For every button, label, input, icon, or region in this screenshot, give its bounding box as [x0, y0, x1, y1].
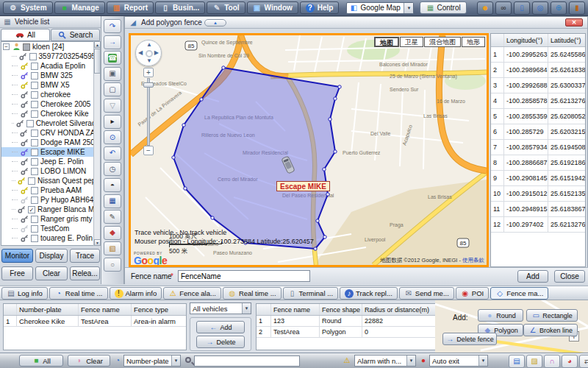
menu-tool[interactable]: ✎Tool: [207, 1, 245, 14]
vehicle-row[interactable]: Nissan Quest pepe: [1, 176, 100, 185]
coordinate-row[interactable]: 2-100.298968425.6261838: [491, 63, 585, 78]
tab-real-time[interactable]: ◍Real time ...: [223, 287, 282, 300]
vehicle-row[interactable]: 359772032545957: [1, 52, 100, 61]
vehicle-row[interactable]: BMW X5: [1, 80, 100, 90]
fence-vertex-handle[interactable]: [211, 216, 214, 219]
clear-button[interactable]: ◗ Clear: [68, 355, 110, 367]
chevron-down-icon[interactable]: ▼: [404, 3, 413, 13]
folder-photo-button[interactable]: ▧: [104, 241, 121, 255]
tab-log-info[interactable]: ▤Log info: [1, 287, 48, 300]
vehicle-checkbox[interactable]: [31, 158, 38, 166]
vehicle-tree-scrollbar[interactable]: ▲ ▼: [93, 41, 100, 246]
close-button[interactable]: Close: [554, 270, 585, 283]
vehicle-checkbox[interactable]: [31, 101, 38, 108]
tab-fence-ala[interactable]: ⚠Fence ala...: [163, 287, 221, 300]
chevron-down-icon[interactable]: ▼: [406, 355, 415, 366]
bind-delete-button[interactable]: → Delete: [196, 336, 245, 348]
vehicle-label[interactable]: Escape MIKE: [276, 181, 330, 191]
filter-button[interactable]: ▽: [104, 99, 121, 113]
exit-mode-select[interactable]: Auto exit ▼: [429, 355, 488, 367]
rectangle-button[interactable]: ▭Rectangle: [526, 309, 578, 322]
marker-button[interactable]: ◆: [104, 226, 121, 240]
photo-button[interactable]: ▣: [104, 67, 121, 81]
menu-window[interactable]: ▣Window: [247, 1, 298, 14]
binding-row[interactable]: 1Cherokee KikeTestAreaArea-in alarm: [4, 316, 186, 327]
coordinate-row[interactable]: 10-100.291501225.6152135: [491, 186, 585, 202]
fence-row[interactable]: 1123Round22882: [257, 316, 436, 327]
vehicle-row[interactable]: BMW 325: [1, 71, 100, 80]
coordinate-row[interactable]: 5-100.285535925.6208052: [491, 109, 585, 124]
vehicle-checkbox[interactable]: [31, 139, 38, 146]
pan-control[interactable]: ▲ ▼ ◀ ▶: [135, 40, 162, 66]
coordinate-row[interactable]: 3-100.299268825.6300337: [491, 78, 585, 93]
scrollbar-thumb[interactable]: [94, 49, 101, 74]
vehicle-checkbox[interactable]: [31, 82, 38, 89]
vehicle-checkbox[interactable]: [31, 63, 38, 70]
vehicle-row[interactable]: Acadia Epolin: [1, 61, 100, 71]
fence-name-input[interactable]: [178, 270, 310, 282]
device-button[interactable]: ▯: [514, 1, 530, 15]
tab-alarm-info[interactable]: !Alarm info: [110, 287, 162, 300]
vehicle-checkbox[interactable]: [31, 216, 38, 223]
vehicle-checkbox[interactable]: [31, 235, 38, 242]
vehicle-filter-select[interactable]: All vehicles ▼: [190, 302, 251, 314]
vehicle-checkbox[interactable]: [28, 177, 35, 185]
fence-vertex-handle[interactable]: [323, 236, 326, 238]
undo-button[interactable]: ↶: [104, 146, 121, 160]
monitor-button[interactable]: Monitor: [1, 249, 33, 263]
vehicle-row[interactable]: Escape MIKE: [1, 147, 100, 157]
close-icon[interactable]: ✕: [565, 18, 583, 26]
coordinate-row[interactable]: 7-100.285793425.6194508: [491, 140, 585, 155]
fence-vertex-handle[interactable]: [172, 156, 175, 159]
clock-button[interactable]: ◷: [104, 162, 121, 176]
all-button[interactable]: ■ All: [19, 355, 63, 367]
tab-terminal[interactable]: ▯Terminal ...: [283, 287, 338, 300]
relea-button[interactable]: Relea...: [70, 266, 100, 280]
map-type-item[interactable]: 混合地图: [424, 37, 461, 47]
pan-right-icon[interactable]: ▶: [154, 50, 159, 56]
vehicle-row[interactable]: Jeep E. Polin: [1, 157, 100, 166]
vehicle-checkbox[interactable]: [31, 149, 38, 156]
coordinate-row[interactable]: 11-100.294891525.6183867: [491, 202, 585, 217]
pan-down-icon[interactable]: ▼: [146, 58, 152, 64]
tree-root-row[interactable]: −kloen [24]: [1, 42, 100, 52]
coordinate-row[interactable]: 6-100.28572925.6203215: [491, 124, 585, 140]
broken-line-button[interactable]: ∠Broken line: [523, 324, 578, 336]
vehicle-checkbox[interactable]: [31, 187, 38, 194]
user-button[interactable]: ☻: [477, 1, 493, 15]
add-fence-button[interactable]: Add: [517, 270, 548, 283]
menu-report[interactable]: ▥Report: [107, 1, 154, 14]
coordinate-row[interactable]: 12-100.29740225.6213276: [491, 217, 585, 233]
vehicle-row[interactable]: Dodge RAM 2500: [1, 138, 100, 147]
tab-all[interactable]: All: [1, 29, 50, 41]
scroll-up-icon[interactable]: ▲: [94, 41, 101, 48]
vehicle-row[interactable]: Py Hugo ABH647: [1, 195, 100, 205]
fence-vertex-handle[interactable]: [314, 247, 317, 250]
copy-button[interactable]: ▨: [526, 355, 542, 368]
forward-button[interactable]: →: [104, 35, 121, 49]
chevron-down-icon[interactable]: ▼: [478, 355, 487, 366]
pan-up-icon[interactable]: ▲: [146, 42, 152, 48]
stats-button[interactable]: ◕: [562, 355, 578, 368]
pan-left-icon[interactable]: ◀: [138, 50, 143, 56]
fence-vertex-handle[interactable]: [323, 168, 326, 171]
vehicle-checkbox[interactable]: [31, 110, 38, 118]
window-titlebar[interactable]: ◢ Add polygon fence: [125, 17, 587, 29]
fence-vertex-handle[interactable]: [334, 97, 337, 100]
fence-vertex-handle[interactable]: [316, 219, 319, 222]
fence-vertex-handle[interactable]: [329, 118, 331, 121]
zoom-out-button[interactable]: −: [143, 146, 154, 155]
vehicle-checkbox[interactable]: [31, 197, 38, 204]
free-button[interactable]: Free: [1, 266, 33, 280]
fence-vertex-handle[interactable]: [184, 187, 187, 190]
fence-vertex-handle[interactable]: [326, 193, 329, 196]
zoom-handle[interactable]: [143, 82, 154, 88]
vehicle-row[interactable]: ✓Ranger Blanca Mty: [1, 205, 100, 214]
terms-link[interactable]: 使用条款: [462, 257, 484, 263]
fence-vertex-handle[interactable]: [222, 66, 225, 69]
target-button[interactable]: ◎: [532, 1, 548, 15]
map-canvas[interactable]: 85 85 Quince de SeptiembreSin Nombre de …: [129, 33, 489, 267]
vehicle-row[interactable]: TestCom: [1, 224, 100, 233]
map-provider-select[interactable]: ◧ Google Map ▼: [346, 2, 414, 14]
menu-manage[interactable]: ■Manage: [54, 1, 105, 14]
